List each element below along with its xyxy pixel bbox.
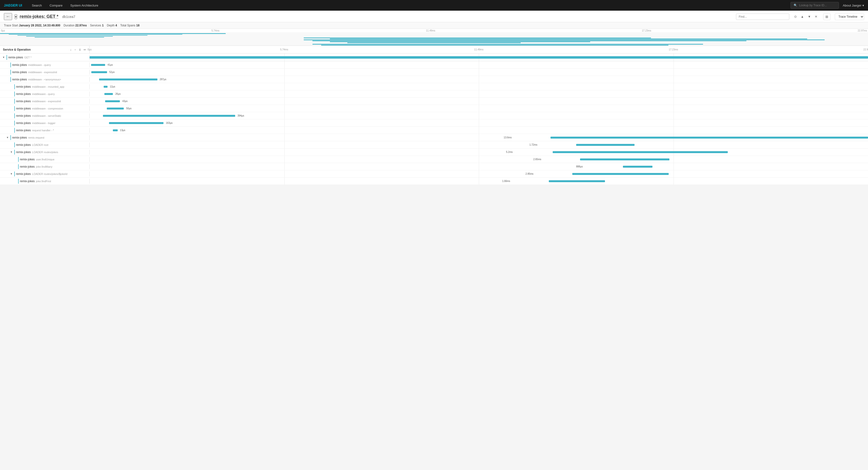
trace-title-link[interactable]: remix-jokes: GET * — [20, 14, 58, 19]
grid-line — [284, 148, 285, 155]
find-controls: ⊙ ▲ ▼ ✕ — [793, 14, 819, 19]
timeline-tick-1: 5.74ms — [280, 48, 288, 51]
span-row[interactable]: remix-jokesmiddleware - serveStatic394µs — [0, 112, 868, 119]
span-toggle-button[interactable]: ▼ — [10, 150, 13, 154]
span-timeline-col — [90, 54, 868, 61]
span-bar — [104, 93, 113, 95]
span-color-indicator — [14, 150, 15, 154]
span-bar — [105, 100, 120, 102]
span-duration-label: 2.65ms — [533, 158, 541, 160]
span-bar — [90, 56, 868, 59]
span-row[interactable]: remix-jokesmiddleware - query41µs — [0, 61, 868, 68]
grid-line — [479, 170, 479, 177]
span-operation-name: request handler - * — [32, 129, 54, 132]
span-row[interactable]: remix-jokesjoke.findFirst1.66ms — [0, 178, 868, 185]
span-row[interactable]: ▼remix-jokesLOADER routes/jokes/$jokeId2… — [0, 170, 868, 178]
grid-line — [674, 68, 674, 76]
collapse-one-btn[interactable]: ⇓ — [78, 48, 82, 52]
minimap-tick-1: 5.74ms — [211, 29, 219, 32]
trace-id-input[interactable] — [799, 4, 836, 7]
span-service-name: remix-jokes — [16, 129, 31, 132]
grid-line — [284, 134, 285, 141]
span-timeline-col: 888µs — [90, 163, 868, 170]
collapse-all-btn[interactable]: ↓ — [69, 48, 72, 52]
find-next-button[interactable]: ▼ — [806, 14, 812, 19]
span-label-col: ▼remix-jokesGET * — [0, 55, 90, 60]
span-timeline-col: 26µs — [90, 90, 868, 97]
span-row[interactable]: remix-jokesmiddleware - expressInit43µs — [0, 98, 868, 105]
span-row[interactable]: ▼remix-jokesLOADER routes/jokes5.2ms — [0, 148, 868, 156]
total-spans-value: 18 — [136, 24, 139, 27]
minimap-tick-3: 17.23ms — [642, 29, 651, 32]
span-operation-name: joke.findFirst — [36, 180, 51, 183]
span-toggle-button[interactable]: ▼ — [10, 172, 13, 176]
find-options-button[interactable]: ⊙ — [793, 14, 798, 19]
view-selector[interactable]: Trace Timeline — [835, 13, 864, 20]
span-bar — [107, 108, 124, 110]
span-bar — [91, 71, 107, 73]
span-row[interactable]: remix-jokesmiddleware - compression50µs — [0, 105, 868, 112]
span-color-indicator — [14, 84, 15, 89]
grid-line — [479, 105, 479, 112]
span-bar — [572, 173, 669, 175]
find-input[interactable] — [736, 13, 789, 20]
trace-start-label: Trace Start — [4, 24, 18, 27]
grid-line — [284, 119, 285, 126]
trace-header: ← ▾ remix-jokes: GET * db1cea7 ⊙ ▲ ▼ ✕ ⊞… — [0, 11, 868, 22]
span-service-name: remix-jokes — [12, 78, 27, 81]
span-row[interactable]: remix-jokesmiddleware - expressInit52µs — [0, 68, 868, 76]
span-row[interactable]: remix-jokesLOADER root1.72ms — [0, 141, 868, 148]
grid-line — [479, 178, 479, 185]
find-prev-button[interactable]: ▲ — [799, 14, 805, 19]
expand-one-btn[interactable]: → — [73, 48, 77, 52]
trace-id-search[interactable]: 🔍 — [790, 2, 839, 9]
span-service-name: remix-jokes — [16, 99, 31, 103]
about-menu[interactable]: About Jaeger ▾ — [843, 4, 864, 7]
back-button[interactable]: ← — [4, 13, 12, 20]
grid-line — [479, 98, 479, 105]
span-row[interactable]: remix-jokesmiddleware - mounted_app12µs — [0, 83, 868, 90]
grid-view-button[interactable]: ⊞ — [823, 13, 831, 20]
timeline-tick-3: 17.23ms — [669, 48, 678, 51]
span-duration-label: 50µs — [126, 107, 131, 110]
span-row[interactable]: remix-jokesmiddleware - <anonymous>287µs — [0, 76, 868, 83]
minimap[interactable]: 0µs 5.74ms 11.49ms 17.23ms 22.97ms — [0, 29, 868, 46]
nav-system-architecture[interactable]: System Architecture — [66, 0, 102, 11]
span-label-col: remix-jokesmiddleware - expressInit — [0, 70, 90, 75]
span-service-name: remix-jokes — [12, 70, 27, 74]
nav-search[interactable]: Search — [28, 0, 45, 11]
span-bar — [623, 166, 652, 168]
grid-line — [284, 141, 285, 148]
span-row[interactable]: ▼remix-jokesGET * — [0, 54, 868, 61]
span-duration-label: 1.72ms — [529, 143, 537, 146]
span-duration-label: 12µs — [110, 85, 115, 88]
minimap-labels: 0µs 5.74ms 11.49ms 17.23ms 22.97ms — [0, 29, 868, 32]
span-row[interactable]: ▼remix-jokesremix.request13.6ms — [0, 134, 868, 141]
span-row[interactable]: remix-jokesuser.findUnique2.65ms — [0, 156, 868, 163]
span-timeline-col: 1.66ms — [90, 178, 868, 185]
expand-all-btn[interactable]: ⇒ — [83, 48, 87, 52]
span-row[interactable]: remix-jokesrequest handler - *13µs — [0, 127, 868, 134]
span-row[interactable]: remix-jokesmiddleware - logger163µs — [0, 119, 868, 127]
span-operation-name: middleware - compression — [32, 107, 63, 110]
trace-title: remix-jokes: GET * — [20, 14, 58, 19]
grid-line — [479, 68, 479, 76]
collapse-button[interactable]: ▾ — [14, 14, 17, 19]
minimap-bar — [330, 41, 590, 42]
span-row[interactable]: remix-jokesjoke.findMany888µs — [0, 163, 868, 170]
span-label-col: ▼remix-jokesremix.request — [0, 135, 90, 140]
span-service-name: remix-jokes — [12, 136, 27, 139]
span-duration-label: 52µs — [109, 71, 115, 74]
nav-compare[interactable]: Compare — [46, 0, 66, 11]
span-toggle-button[interactable]: ▼ — [6, 136, 9, 139]
span-duration-label: 888µs — [576, 165, 583, 168]
span-label-col: remix-jokesmiddleware - query — [0, 62, 90, 67]
col-controls: ↓ → ⇓ ⇒ — [69, 48, 87, 52]
grid-line — [674, 83, 674, 90]
minimap-bar — [0, 33, 226, 34]
span-toggle-button[interactable]: ▼ — [2, 56, 5, 59]
span-timeline-col: 287µs — [90, 76, 868, 83]
span-row[interactable]: remix-jokesmiddleware - query26µs — [0, 90, 868, 98]
timeline-ticks: 0µs5.74ms11.49ms17.23ms22.97ms — [90, 46, 868, 53]
find-clear-button[interactable]: ✕ — [813, 14, 819, 19]
